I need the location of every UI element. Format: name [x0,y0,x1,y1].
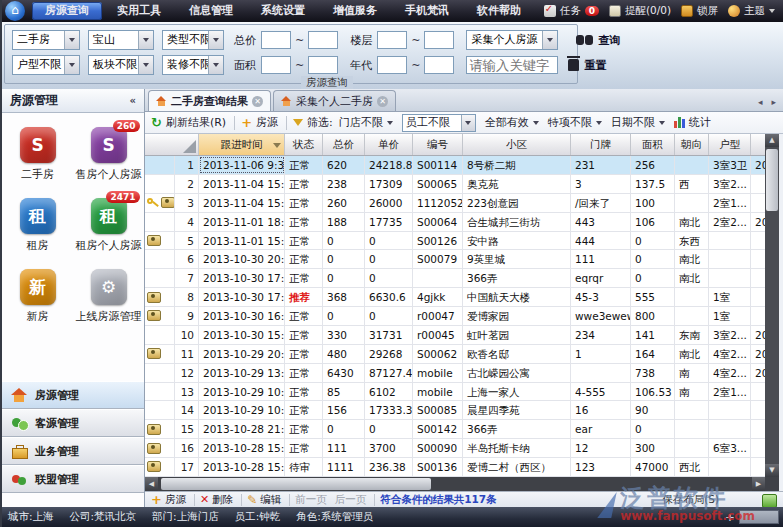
next-page-button[interactable]: 后一页 [335,493,367,507]
app-租房个人房源[interactable]: 租2471租房个人房源 [76,198,142,253]
vertical-scrollbar-thumb[interactable] [766,149,778,211]
filter-dropdown-户型不限[interactable]: 户型不限 [12,55,80,75]
floor-min-input[interactable] [377,31,407,49]
chevron-down-icon[interactable] [461,115,475,131]
table-row[interactable]: 72013-10-30 17:46正常00366弄eqrqr0南北 [145,269,765,288]
refresh-results-button[interactable]: ↻ 刷新结果(R) [151,115,226,130]
app-二手房[interactable]: S二手房 [5,127,71,182]
table-row[interactable]: 152013-10-28 21:18正常00S00142366弄ear0 [145,420,765,439]
horizontal-scrollbar-thumb[interactable] [161,478,431,490]
dropdown-arrow-icon[interactable] [64,31,79,49]
column-header-户型[interactable]: 户型 [709,134,751,155]
table-row[interactable]: 132013-10-29 10:36正常856102mobile上海一家人4-5… [145,383,765,402]
close-icon[interactable]: ✕ [252,96,263,107]
stats-button[interactable]: 统计 [674,115,711,130]
collect-source-dropdown[interactable]: 采集个人房源 [466,30,558,50]
menu-item-系统设置[interactable]: 系统设置 [248,2,318,20]
table-row[interactable]: 82013-10-30 17:44推荐3686630.64gjkk中国航天大楼4… [145,288,765,307]
menu-item-实用工具[interactable]: 实用工具 [104,2,174,20]
column-header-门牌[interactable]: 门牌 [571,134,631,155]
horizontal-scrollbar[interactable]: ◀ ▶ [145,477,765,491]
tab-scroll-arrows[interactable]: ◂ ▸ [758,97,783,107]
column-header-面积[interactable]: 面积 [631,134,675,155]
year-min-input[interactable] [377,56,407,74]
column-header-跟进时间[interactable]: 跟进时间 [199,134,285,155]
filter-dropdown-类型不限[interactable]: 类型不限 [162,30,224,50]
app-上线房源管理[interactable]: ⚙上线房源管理 [76,269,142,324]
staff-filter-combobox[interactable]: 员工不限 [402,114,476,132]
area-min-input[interactable] [261,56,291,74]
filter-dropdown-宝山[interactable]: 宝山 [88,30,154,50]
total-price-min-input[interactable] [261,31,291,49]
tab-二手房查询结果[interactable]: 二手房查询结果✕ [148,90,271,111]
column-header-状态[interactable]: 状态 [285,134,323,155]
table-row[interactable]: 142013-10-29 10:13正常15617333.3S00085晨星四季… [145,401,765,420]
scroll-up-icon[interactable]: ▲ [765,134,779,147]
shop-filter-dropdown[interactable]: 门店不限 [339,115,393,130]
close-icon[interactable]: ✕ [377,96,388,107]
table-row[interactable]: 162013-10-28 15:59正常1113700S00090半岛托斯卡纳1… [145,439,765,458]
edit-button[interactable]: ✎ 编辑 [247,493,281,507]
table-row[interactable]: 42013-11-01 18:46正常18817735S00064合生城邦三街坊… [145,213,765,232]
scroll-left-icon[interactable]: ◀ [145,477,158,491]
reset-button[interactable]: 重置 [568,58,606,73]
table-row[interactable]: 102013-10-30 15:47正常33031731r00045虹叶茗园23… [145,326,765,345]
column-header-朝向[interactable]: 朝向 [675,134,709,155]
dropdown-arrow-icon[interactable] [138,56,153,74]
table-row[interactable]: 52013-11-01 15:01正常00S00126安中路4440东西 [145,232,765,251]
sidebar-item-业务管理[interactable]: 业务管理 [2,437,144,465]
scroll-down-icon[interactable]: ▼ [765,464,779,477]
tab-采集个人二手房[interactable]: 采集个人二手房✕ [273,90,396,111]
tray-task-icon[interactable]: 任务0 [544,4,599,18]
keyword-input[interactable] [466,56,558,74]
year-max-input[interactable] [424,56,454,74]
layout-toggle-icon[interactable] [762,494,777,508]
area-max-input[interactable] [308,56,338,74]
prev-page-button[interactable]: 前一页 [295,493,327,507]
dropdown-arrow-icon[interactable] [542,31,557,49]
special-filter-dropdown[interactable]: 特项不限 [548,115,602,130]
collapse-sidebar-icon[interactable]: « [130,95,136,106]
pager-add-button[interactable]: + 房源 [151,493,186,507]
menu-item-房源查询[interactable]: 房源查询 [32,2,102,20]
delete-button[interactable]: ✕ 删除 [200,493,233,507]
add-listing-button[interactable]: + 房源 [241,115,278,130]
column-header-编号[interactable]: 编号 [413,134,463,155]
sidebar-item-联盟管理[interactable]: 联盟管理 [2,465,144,493]
valid-filter-dropdown[interactable]: 全部有效 [485,115,539,130]
filter-dropdown-装修不限[interactable]: 装修不限 [162,55,224,75]
column-header-小区[interactable]: 小区 [463,134,571,155]
filter-dropdown-板块不限[interactable]: 板块不限 [88,55,154,75]
vertical-scrollbar[interactable]: ▲ ▼ [765,134,779,477]
table-row[interactable]: 22013-11-04 15:57正常23817309S00065奥克苑3137… [145,175,765,194]
filter-dropdown-二手房[interactable]: 二手房 [12,30,80,50]
column-header-extra[interactable] [751,134,765,155]
table-corner-cell[interactable] [145,134,199,155]
table-row[interactable]: 32013-11-04 15:50正常260260001112052...223… [145,194,765,213]
query-button[interactable]: 查询 [576,33,620,48]
scroll-right-icon[interactable]: ▶ [752,477,765,491]
dropdown-arrow-icon[interactable] [64,56,79,74]
app-新房[interactable]: 新新房 [5,269,71,324]
tray-reminder-icon[interactable]: 提醒(0/0) [609,4,671,18]
menu-item-手机梵讯[interactable]: 手机梵讯 [392,2,462,20]
table-row[interactable]: 112013-10-29 20:31正常48029268S00062欧香名邸11… [145,345,765,364]
dropdown-arrow-icon[interactable] [208,31,223,49]
dropdown-arrow-icon[interactable] [138,31,153,49]
table-row[interactable]: 122013-10-29 13:18正常643087127.4mobile古北嵘… [145,364,765,383]
dropdown-arrow-icon[interactable] [208,56,223,74]
column-header-单价[interactable]: 单价 [365,134,413,155]
table-row[interactable]: 62013-10-30 20:18正常00S000799英里城1110南北 [145,250,765,269]
date-filter-dropdown[interactable]: 日期不限 [611,115,665,130]
table-row[interactable]: 172013-10-28 15:59待审1111236.38S00136爱博二村… [145,458,765,477]
app-售房个人房源[interactable]: S260售房个人房源 [76,127,142,182]
column-header-总价[interactable]: 总价 [323,134,365,155]
tray-theme-icon[interactable]: 主题 [728,4,775,18]
total-price-max-input[interactable] [308,31,338,49]
table-row[interactable]: 12013-11-06 9:37正常62024218.8S001148号桥二期2… [145,156,765,175]
table-row[interactable]: 92013-10-30 16:13正常00r00047爱博家园wwe3ewew8… [145,307,765,326]
floor-max-input[interactable] [424,31,454,49]
menu-item-增值服务[interactable]: 增值服务 [320,2,390,20]
menu-item-软件帮助[interactable]: 软件帮助 [464,2,534,20]
sidebar-item-房源管理[interactable]: 房源管理 [2,381,144,409]
